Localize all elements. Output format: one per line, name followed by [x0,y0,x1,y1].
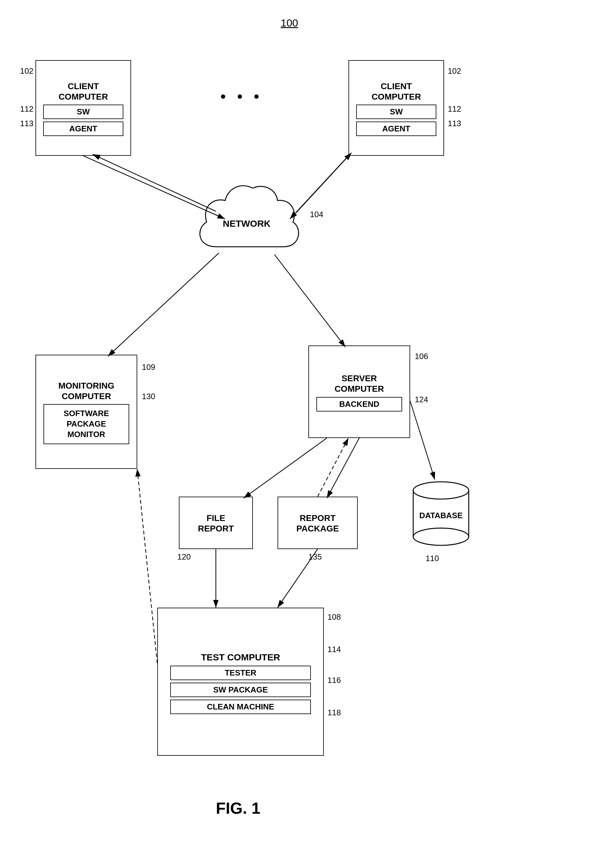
ref-113-right: 113 [448,119,461,128]
figure-label: FIG. 1 [216,799,260,818]
diagram: 100 CLIENTCOMPUTER SW AGENT 102 112 113 … [0,0,593,868]
network-cloud: NETWORK [191,182,302,262]
ref-118: 118 [327,708,341,717]
file-report-title: FILEREPORT [195,511,237,535]
ref-108: 108 [327,612,341,622]
monitoring-computer-title: MONITORINGCOMPUTER [55,378,117,403]
test-computer-box: TEST COMPUTER TESTER SW PACKAGE CLEAN MA… [157,608,324,756]
ref-112-right: 112 [448,104,461,114]
file-report-box: FILEREPORT [179,497,253,549]
client-computer-left-title: CLIENTCOMPUTER [56,79,111,103]
svg-line-10 [296,153,351,213]
ref-106: 106 [415,351,428,361]
ref-135: 135 [308,552,322,562]
svg-point-3 [413,528,469,545]
dots-separator: • • • [220,88,263,105]
client-computer-right-title: CLIENTCOMPUTER [369,79,424,103]
client-computer-right-agent: AGENT [356,121,436,136]
client-computer-right-box: CLIENTCOMPUTER SW AGENT [348,60,444,156]
client-computer-left-box: CLIENTCOMPUTER SW AGENT [35,60,131,156]
ref-130: 130 [142,392,155,401]
ref-104: 104 [310,210,323,219]
software-package-monitor: SOFTWAREPACKAGEMONITOR [43,404,129,444]
svg-point-2 [413,482,469,499]
svg-line-19 [327,438,359,498]
svg-line-12 [274,254,345,347]
server-computer-box: SERVERCOMPUTER BACKEND [308,345,410,438]
ref-109: 109 [142,362,155,372]
diagram-number: 100 [280,17,298,29]
clean-machine: CLEAN MACHINE [170,700,311,714]
svg-line-14 [410,401,435,480]
report-package-box: REPORTPACKAGE [277,497,358,549]
ref-102-right: 102 [448,66,461,76]
ref-120: 120 [177,552,190,562]
ref-110: 110 [426,554,439,563]
server-computer-title: SERVERCOMPUTER [332,371,387,396]
test-computer-title: TEST COMPUTER [198,648,283,664]
client-computer-left-sw: SW [43,105,123,119]
svg-line-13 [243,438,327,498]
tester: TESTER [170,666,311,680]
sw-package: SW PACKAGE [170,683,311,697]
monitoring-computer-box: MONITORINGCOMPUTER SOFTWAREPACKAGEMONITO… [35,355,137,469]
ref-116: 116 [327,676,341,685]
report-package-title: REPORTPACKAGE [293,511,342,535]
ref-114: 114 [327,645,341,654]
svg-text:DATABASE: DATABASE [419,511,463,520]
svg-line-15 [318,438,348,497]
svg-text:NETWORK: NETWORK [223,218,271,229]
client-computer-left-agent: AGENT [43,121,123,136]
ref-124: 124 [415,395,428,404]
ref-113-left: 113 [20,119,33,128]
backend: BACKEND [316,397,402,412]
ref-112-left: 112 [20,104,33,114]
svg-line-11 [108,253,219,356]
ref-102-left: 102 [20,66,33,76]
svg-line-18 [137,469,157,663]
client-computer-right-sw: SW [356,105,436,119]
database-shape: DATABASE [410,478,472,549]
